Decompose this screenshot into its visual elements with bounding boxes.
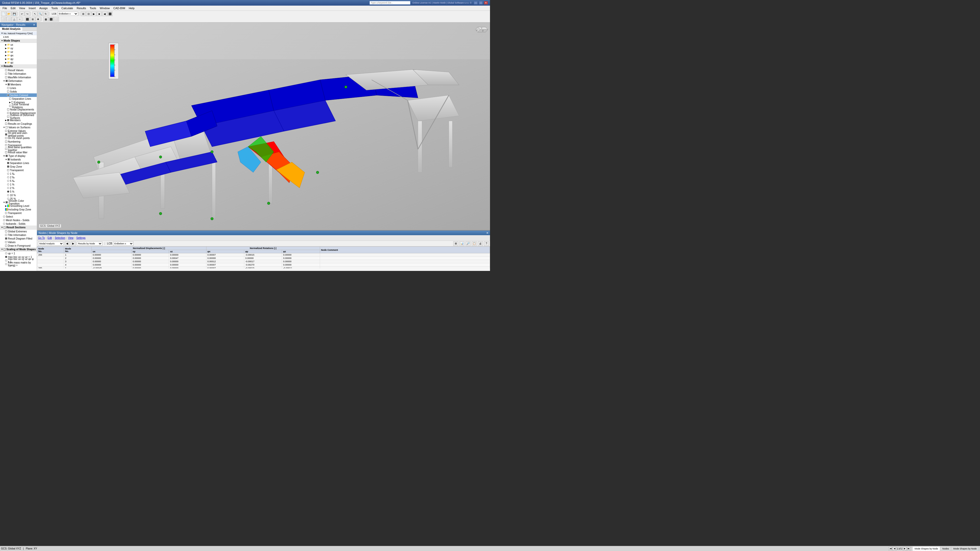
menu-window[interactable]: Window xyxy=(98,6,111,11)
menu-edit[interactable]: Edit xyxy=(9,6,17,11)
menu-file[interactable]: File xyxy=(1,6,9,11)
menu-tools2[interactable]: Tools xyxy=(88,6,98,11)
menu-view[interactable]: View xyxy=(18,6,27,11)
nav-mode-shapes-header[interactable]: ▼ Mode Shapes xyxy=(0,39,37,43)
subtb-icon2[interactable]: 📊 xyxy=(460,241,465,246)
nav-5permille[interactable]: 5 ‰ xyxy=(0,179,37,183)
tb2-9[interactable]: ⬛ xyxy=(48,17,54,21)
tb2-8[interactable]: ▦ xyxy=(43,17,48,21)
tb2-6[interactable]: ⊞ xyxy=(30,17,35,21)
table-row[interactable]: 284 1 0.00000 0.00000 0.00000 0.00007 -0… xyxy=(37,253,490,257)
tb2-2[interactable]: ⬜ xyxy=(6,17,11,21)
tb-lcb-select[interactable]: Erdbeben x xyxy=(58,12,78,16)
tb2-3[interactable]: △ xyxy=(12,17,17,21)
tb-btn-10[interactable]: ⬛ xyxy=(107,11,113,16)
nav-mode-phix[interactable]: ▶ 📁 φx xyxy=(0,54,37,57)
tb2-1[interactable]: ⬜ xyxy=(1,17,6,21)
nav-results-header[interactable]: ▼ Results xyxy=(0,64,37,68)
subtb-icon1[interactable]: ⊞ xyxy=(453,241,458,246)
tb-btn-9[interactable]: ◀ xyxy=(102,11,107,16)
table-row[interactable]: 2 0.00000 0.00000 0.00047 0.00000 0.0000… xyxy=(37,257,490,260)
nav-5pct[interactable]: 5 % xyxy=(0,190,37,193)
menu-tools[interactable]: Tools xyxy=(50,6,59,11)
tb-rotate[interactable]: ↻ xyxy=(43,11,48,16)
nav-result-values[interactable]: Result Values xyxy=(0,68,37,72)
table-row[interactable]: 4 0.00000 0.00000 0.00000 0.00007 -0.002… xyxy=(37,263,490,267)
nav-deformation[interactable]: ▼ Deformation xyxy=(0,79,37,83)
nav-global-extremes[interactable]: Global Extremes xyxy=(0,230,37,233)
subtb-icon5[interactable]: 🖨 xyxy=(478,241,483,246)
nav-result-diagram[interactable]: Result Diagram Filled xyxy=(0,237,37,240)
viewport[interactable]: Y X Z GCS: Global XYZ Nodes | Mode Shape… xyxy=(37,22,490,271)
tb-save[interactable]: 💾 xyxy=(12,11,17,16)
nav-mode-uz[interactable]: ▶ 📁 uz xyxy=(0,50,37,54)
nav-values[interactable]: Values xyxy=(0,240,37,244)
nav-deform-solids[interactable]: Solids xyxy=(0,90,37,94)
tb-btn-8[interactable]: ■ xyxy=(97,11,102,16)
nav-outlines-deformed[interactable]: Outlines of Deformed Surfaces xyxy=(0,115,37,118)
results-settings[interactable]: Settings xyxy=(76,237,86,239)
nav-isobands[interactable]: ▼ Isobands xyxy=(0,158,37,161)
nav-nodal-displ[interactable]: Nodal Displacements xyxy=(0,108,37,111)
tb-undo[interactable]: ↩ xyxy=(19,11,24,16)
nav-2permille[interactable]: 2 ‰ xyxy=(0,176,37,179)
subtb-prev[interactable]: ◀ xyxy=(65,241,70,246)
nav-1permille[interactable]: 1 ‰ xyxy=(0,172,37,176)
menu-insert[interactable]: Insert xyxy=(27,6,37,11)
tb-redo[interactable]: ↪ xyxy=(25,11,30,16)
lcb-value-select[interactable]: Erdbeben x xyxy=(113,241,134,246)
tb-select[interactable]: ↖ xyxy=(32,11,38,16)
nav-10pct[interactable]: 10 % xyxy=(0,193,37,197)
nav-mesh-nodes[interactable]: Mesh Nodes - Solids xyxy=(0,218,37,222)
tb-open[interactable]: 📂 xyxy=(6,11,11,16)
nav-tab-model-analysis[interactable]: Model Analysis xyxy=(0,27,23,31)
table-row[interactable]: 285 1 -0.00045 0.00000 0.00000 0.00007 -… xyxy=(37,267,490,268)
nav-section-colored[interactable]: Section Colored xyxy=(0,94,37,97)
tb2-4[interactable]: ○ xyxy=(17,17,22,21)
results-selection[interactable]: Selection xyxy=(55,237,65,239)
nav-result-sections-header[interactable]: ▼ Result Sections xyxy=(0,225,37,230)
subtb-icon6[interactable]: ? xyxy=(484,241,489,246)
navigator-close[interactable]: ✕ xyxy=(33,23,35,27)
nav-deform-lines[interactable]: Lines xyxy=(0,86,37,90)
nav-deform-members[interactable]: ▼ Members xyxy=(0,83,37,86)
nav-title-information[interactable]: Title Information xyxy=(0,233,37,237)
subtb-icon4[interactable]: 📋 xyxy=(472,241,477,246)
nav-freq-value[interactable]: 4.845 xyxy=(0,35,37,39)
nav-transparent-2[interactable]: Transparent xyxy=(0,168,37,172)
tb2-7[interactable]: ✚ xyxy=(35,17,41,21)
nav-local-torsional[interactable]: Local Torsional Rotations xyxy=(0,104,37,108)
tb2-10[interactable]: ⬜ xyxy=(54,17,59,21)
menu-calculate[interactable]: Calculate xyxy=(60,6,75,11)
tb-btn-6[interactable]: ⊟ xyxy=(86,11,91,16)
nav-values-surfaces[interactable]: ▼ Values on Surfaces xyxy=(0,125,37,129)
analysis-type-select[interactable]: Modal Analysis xyxy=(38,241,64,246)
tb-new[interactable]: 📄 xyxy=(1,11,6,16)
nav-title-info[interactable]: Title Information xyxy=(0,72,37,76)
search-input[interactable] xyxy=(369,1,410,5)
results-close[interactable]: ✕ xyxy=(486,231,488,235)
nav-draw-foreground[interactable]: Draw in Foreground xyxy=(0,244,37,248)
nav-1pct[interactable]: 1 % xyxy=(0,183,37,186)
nav-2pct[interactable]: 2 % xyxy=(0,186,37,190)
nav-maxmin-info[interactable]: Max/Min Information xyxy=(0,76,37,79)
nav-results-couplings[interactable]: Results on Couplings xyxy=(0,122,37,125)
nav-frequency-row[interactable]: ▼ No. Natural Frequency f [Hz] xyxy=(0,32,37,35)
nav-gray-zone[interactable]: Gray Zone xyxy=(0,165,37,168)
results-by-select[interactable]: Results by Node xyxy=(77,241,102,246)
nav-scale-mass[interactable]: from mass matrix by f(φeig) = xyxy=(0,262,37,266)
nav-type-display[interactable]: ▼ Type of display xyxy=(0,154,37,158)
tb-btn-5[interactable]: ⊞ xyxy=(81,11,86,16)
nav-mode-phiz[interactable]: ▶ 📁 φz xyxy=(0,61,37,64)
nav-mode-ux[interactable]: ▶ 📁 ux xyxy=(0,43,37,46)
results-goto[interactable]: Go To xyxy=(38,237,45,239)
tb2-5[interactable]: ⬛ xyxy=(25,17,30,21)
minimize-btn[interactable]: — xyxy=(474,1,478,5)
nav-on-grid[interactable]: On grid and user-defined points xyxy=(0,133,37,136)
nav-isobands-solids[interactable]: Isobands - Solids xyxy=(0,222,37,225)
tb-zoom[interactable]: 🔍 xyxy=(38,11,43,16)
tb-btn-7[interactable]: ▶ xyxy=(91,11,97,16)
subtb-icon3[interactable]: 🔎 xyxy=(466,241,471,246)
nav-smooth-color[interactable]: ▼ Smooth Color Transition xyxy=(0,200,37,204)
nav-select[interactable]: Select xyxy=(0,215,37,218)
